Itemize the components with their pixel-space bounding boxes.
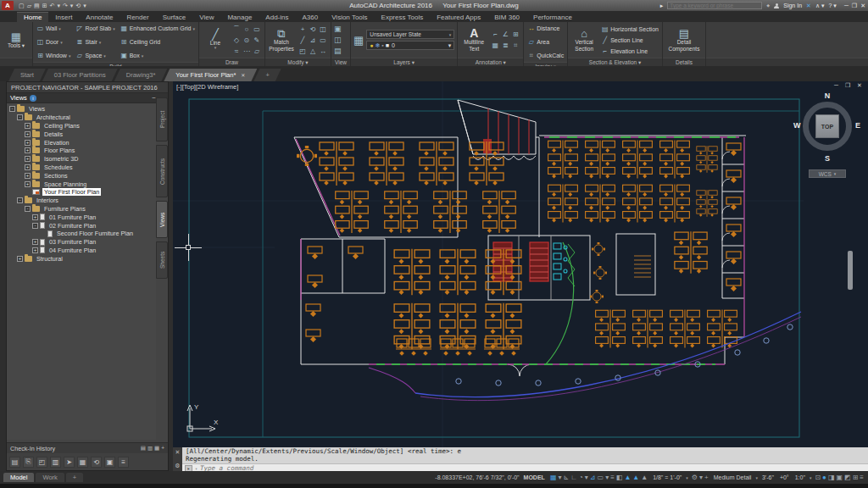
status-toggle-icon[interactable]: ▲ [632, 474, 640, 481]
modify-tool-icon[interactable]: + [301, 25, 305, 33]
status-toggle-icon[interactable]: ⊞ [852, 474, 860, 481]
layer-dropdown[interactable]: ●❄▪■ 0 ▾ [366, 41, 454, 50]
palette-side-tab[interactable]: Constructs [156, 145, 168, 197]
palette-tool-icon[interactable]: ▥ [50, 457, 61, 468]
checkin-icon[interactable]: ▦ [154, 445, 159, 452]
expand-toggle[interactable]: + [32, 239, 38, 245]
command-history[interactable]: [All/Center/Dynamic/Extents/Previous/Sca… [182, 447, 868, 463]
tree-item[interactable]: + Elevation [7, 138, 156, 147]
modify-tool-icon[interactable]: ◫ [320, 25, 326, 33]
dropdown-arrow-icon[interactable]: ▾ [60, 40, 63, 45]
help-icon[interactable]: ? ▾ [829, 3, 837, 9]
ribbon-tab[interactable]: View [192, 13, 220, 22]
status-toggle-icon[interactable]: ≡ [859, 474, 865, 481]
checkin-icon[interactable]: ▤ [141, 445, 146, 452]
line-button[interactable]: ╱ Line ▾ [202, 28, 229, 52]
dropdown-arrow-icon[interactable]: ▾ [58, 26, 61, 31]
viewcube[interactable]: N S W E TOP WCS ▾ [800, 92, 854, 176]
tree-item-label[interactable]: Elevation [42, 139, 71, 147]
qat-icon[interactable]: ▾ [83, 3, 86, 9]
build-tool-button[interactable]: ▭ Wall ▾ [36, 25, 71, 32]
tree-item-label[interactable]: Interiors [35, 197, 60, 204]
qat-icon[interactable]: ▤ [34, 3, 40, 9]
annotation-scale-button[interactable]: 1/8" = 1'-0" [651, 474, 683, 480]
ribbon-tab[interactable]: Manage [220, 13, 259, 22]
tree-item-label[interactable]: 03 Furniture Plan [47, 238, 97, 246]
viewcube-east[interactable]: E [855, 121, 860, 130]
tree-item[interactable]: + 03 Furniture Plan [7, 238, 156, 247]
match-properties-button[interactable]: ⧉ Match Properties [268, 27, 295, 52]
palette-tool-icon[interactable]: ◰ [36, 457, 47, 468]
layer-state-dropdown[interactable]: Unsaved Layer State ▾ [366, 30, 454, 39]
modify-tool-icon[interactable]: ↔ [320, 47, 326, 55]
customize-icon[interactable]: ⚙ [175, 463, 180, 469]
expand-toggle[interactable]: + [32, 214, 38, 220]
tree-item[interactable]: - Interiors [7, 197, 156, 205]
tree-item-label[interactable]: Floor Plans [42, 147, 76, 154]
expand-toggle[interactable]: + [25, 123, 31, 129]
drawing-tab[interactable]: Drawing3* [114, 69, 168, 81]
section-tool-button[interactable]: ╱ Section Line [600, 35, 659, 46]
palette-tool-icon[interactable]: ≡ [118, 457, 129, 468]
qat-icon[interactable]: ↷ [63, 3, 68, 9]
status-toggle-icon[interactable]: ∟ [570, 474, 578, 481]
close-tab-icon[interactable]: ✕ [241, 72, 245, 78]
tree-item-label[interactable]: Space Planning [42, 180, 88, 188]
expand-toggle[interactable]: - [32, 223, 38, 229]
search-expand-icon[interactable]: ▸ [660, 3, 664, 9]
annotation-tool-icon[interactable]: ⊞ [513, 30, 519, 38]
layers-panel-label[interactable]: Layers ▾ [351, 58, 457, 66]
inquiry-tool-button[interactable]: ⌗ QuickCalc [526, 52, 565, 60]
build-tool-button[interactable]: ▱ Space ▾ [75, 52, 115, 59]
status-toggle-icon[interactable]: ▦ [549, 474, 558, 481]
build-tool-button[interactable]: ⊞ Window ▾ [36, 52, 71, 59]
viewport-scale-button[interactable]: 1:0" [793, 474, 807, 480]
status-toggle-icon[interactable]: ⚙ [691, 474, 698, 481]
search-icon[interactable]: ⌖ [766, 3, 770, 9]
tree-item-label[interactable]: Architectural [35, 114, 72, 121]
tree-item-label[interactable]: Schedules [42, 164, 75, 171]
build-tool-button[interactable]: ▣ Box ▾ [120, 52, 196, 59]
tree-item[interactable]: + Schedules [7, 164, 156, 172]
drawing-tab[interactable]: Your First Floor Plan* ✕ [164, 69, 257, 81]
qat-icon[interactable]: ▢ [19, 3, 25, 9]
tree-item[interactable]: - Architectural [7, 114, 156, 122]
build-tool-button[interactable]: ⊞ Ceiling Grid ▾ [120, 38, 196, 46]
tree-item[interactable]: + Floor Plans [7, 147, 156, 155]
expand-toggle[interactable]: + [25, 156, 31, 162]
palette-tool-icon[interactable]: ➤ [64, 457, 75, 468]
draw-tool-icon[interactable]: ◇ [234, 36, 239, 44]
palette-tool-icon[interactable]: ▣ [104, 457, 115, 468]
draw-tool-icon[interactable]: ⊙ [244, 36, 250, 44]
expand-toggle[interactable]: + [25, 173, 31, 179]
view-tool-icon[interactable]: ▤ [334, 47, 342, 55]
dropdown-arrow-icon[interactable]: ▾ [142, 53, 144, 58]
expand-toggle[interactable]: - [25, 206, 31, 212]
checkin-icon[interactable]: ▥ [147, 445, 153, 452]
tree-item[interactable]: + Structural [7, 254, 156, 263]
palette-title[interactable]: PROJECT NAVIGATOR - SAMPLE PROJECT 2016 [7, 82, 168, 93]
palette-side-tab[interactable]: Views [156, 201, 168, 238]
modify-tool-icon[interactable]: ╱ [301, 36, 305, 44]
restore-button[interactable]: ❐ [852, 3, 857, 9]
draw-tool-icon[interactable]: ⌒ [233, 25, 240, 34]
status-toggle-icon[interactable]: ≡ [609, 474, 615, 481]
layout-tab[interactable]: + [66, 473, 83, 482]
ribbon-tab[interactable]: Home [17, 12, 48, 22]
tree-item[interactable]: + Space Planning [7, 180, 156, 188]
tree-item-label[interactable]: Second Floor Furniture Plan [55, 230, 135, 237]
ribbon-tab[interactable]: Render [120, 13, 155, 22]
checkin-icon[interactable]: + [161, 445, 164, 452]
palette-side-tab[interactable]: Sheets [156, 241, 168, 279]
tree-item-label[interactable]: Isometric 3D [42, 155, 80, 163]
tree-item[interactable]: + Isometric 3D [7, 155, 156, 164]
status-toggle-icon[interactable]: ⊾ [562, 474, 570, 481]
close-button[interactable]: ✕ [860, 3, 865, 9]
layer-toggle-icon[interactable]: ▪ [381, 42, 383, 49]
viewport-scrollbar[interactable] [848, 251, 853, 290]
sign-in-button[interactable]: Sign In [783, 3, 802, 8]
ribbon-tab[interactable]: A360 [295, 13, 325, 22]
status-toggle-icon[interactable]: ◧ [615, 474, 624, 481]
section-panel-label[interactable]: Section & Elevation ▾ [568, 58, 662, 66]
qat-icon[interactable]: ⊞ [42, 3, 47, 9]
